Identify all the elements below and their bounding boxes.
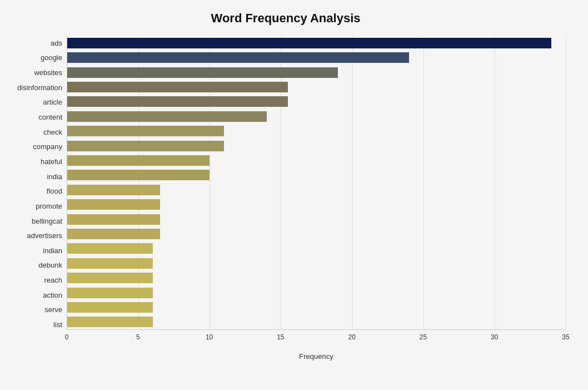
- bar: [67, 185, 160, 195]
- y-label: indian: [43, 247, 62, 254]
- y-label: action: [43, 292, 62, 299]
- bar-row: [67, 139, 566, 153]
- x-tick: 10: [206, 333, 213, 341]
- x-axis-label: Frequency: [67, 352, 566, 361]
- y-label: google: [41, 54, 62, 61]
- y-labels: adsgooglewebsitesdisinformationarticleco…: [6, 36, 67, 348]
- y-label: check: [43, 129, 62, 136]
- x-tick: 25: [420, 333, 427, 341]
- x-axis-container: 05101520253035 Frequency: [67, 330, 566, 348]
- bar: [67, 317, 153, 327]
- y-label: india: [47, 173, 62, 180]
- bar: [67, 243, 153, 254]
- bar-row: [67, 80, 566, 94]
- chart-title: Word Frequency Analysis: [6, 11, 566, 26]
- y-label: company: [33, 143, 62, 150]
- bar: [67, 141, 224, 151]
- bar: [67, 38, 551, 48]
- bar: [67, 52, 409, 63]
- bar: [67, 82, 288, 92]
- y-label: advertisers: [27, 232, 62, 239]
- y-label: serve: [44, 306, 62, 313]
- y-label: reach: [44, 277, 62, 284]
- bar-row: [67, 197, 566, 211]
- y-label: bellingcat: [32, 218, 62, 225]
- bar-row: [67, 271, 566, 285]
- chart-area: adsgooglewebsitesdisinformationarticleco…: [6, 36, 566, 348]
- bar: [67, 199, 160, 210]
- y-label: websites: [34, 69, 62, 76]
- bar-row: [67, 241, 566, 256]
- bar-row: [67, 124, 566, 138]
- bar-row: [67, 109, 566, 124]
- bar: [67, 111, 267, 122]
- bar-row: [67, 153, 566, 167]
- y-label: promote: [36, 203, 62, 210]
- bar: [67, 258, 153, 269]
- bars-area: [67, 36, 566, 330]
- bar: [67, 126, 224, 136]
- bar: [67, 229, 160, 239]
- x-tick: 35: [562, 333, 569, 341]
- bar-row: [67, 50, 566, 65]
- bar: [67, 67, 338, 78]
- bar: [67, 302, 153, 313]
- x-tick: 15: [277, 333, 284, 341]
- bar: [67, 288, 153, 298]
- bar-row: [67, 36, 566, 50]
- bar: [67, 155, 210, 166]
- bar: [67, 96, 288, 107]
- bar-row: [67, 65, 566, 80]
- bar: [67, 214, 160, 225]
- y-label: flood: [47, 187, 62, 195]
- bar-row: [67, 315, 566, 329]
- bar-row: [67, 168, 566, 182]
- bar-row: [67, 256, 566, 270]
- x-tick: 5: [136, 333, 140, 341]
- bar-row: [67, 285, 566, 300]
- chart-container: Word Frequency Analysis adsgooglewebsite…: [0, 0, 588, 390]
- bar-row: [67, 182, 566, 197]
- x-tick: 30: [491, 333, 498, 341]
- y-label: article: [43, 98, 62, 106]
- grid-line: [566, 36, 566, 329]
- y-label: content: [38, 113, 62, 121]
- bars-and-x: 05101520253035 Frequency: [67, 36, 566, 348]
- y-label: list: [53, 321, 62, 328]
- y-label: disinformation: [17, 84, 62, 91]
- y-label: debunk: [38, 261, 62, 269]
- bar: [67, 170, 210, 180]
- y-label: ads: [51, 40, 62, 47]
- x-tick: 0: [65, 333, 69, 341]
- x-tick: 20: [348, 333, 355, 341]
- bar: [67, 273, 153, 283]
- bar-row: [67, 226, 566, 241]
- bar-row: [67, 212, 566, 226]
- y-label: hateful: [41, 158, 62, 165]
- bar-row: [67, 95, 566, 109]
- bar-row: [67, 300, 566, 314]
